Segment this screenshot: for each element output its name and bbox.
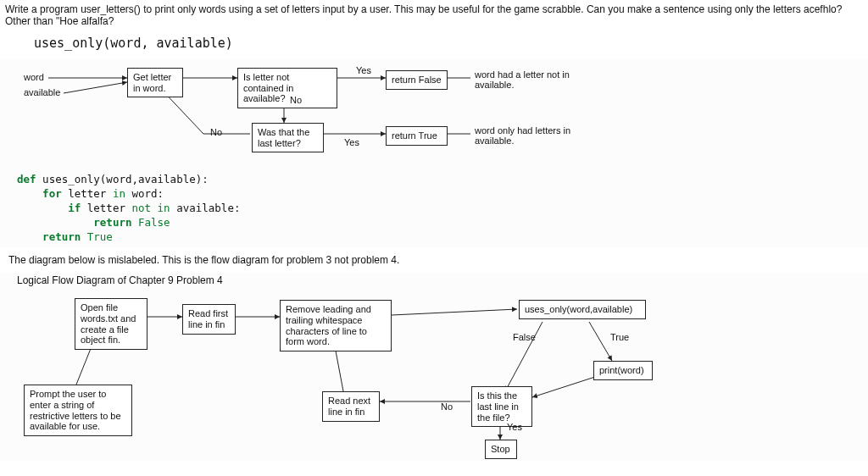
svg-line-11 xyxy=(392,309,517,315)
label-false: False xyxy=(513,332,536,342)
label-true: True xyxy=(610,332,629,342)
box-get-letter: Get letter in word. xyxy=(127,68,183,97)
function-signature: uses_only(word, available) xyxy=(0,30,868,59)
svg-line-16 xyxy=(335,346,343,391)
box-uses-only-call: uses_only(word,available) xyxy=(519,300,646,319)
flow-diagram-problem-4: Open file words.txt and create a file ob… xyxy=(0,291,868,461)
flow-diagram-uses-only: word available Get letter in word. Is le… xyxy=(0,59,868,169)
box-return-false: return False xyxy=(386,70,448,90)
box-read-next: Read next line in fin xyxy=(322,391,380,421)
box-print-word: print(word) xyxy=(593,361,653,380)
box-read-first: Read first line in fin xyxy=(182,304,236,334)
box-return-true: return True xyxy=(386,126,448,146)
box-is-not-contained: Is letter not contained in available? xyxy=(237,68,337,108)
label-no-1: No xyxy=(290,95,302,105)
label-no: No xyxy=(441,401,453,412)
param-word: word xyxy=(24,72,44,82)
param-available: available xyxy=(24,87,60,97)
box-prompt-user: Prompt the user to enter a string of res… xyxy=(24,385,132,436)
svg-line-14 xyxy=(532,376,598,397)
desc-return-false: word had a letter not in available. xyxy=(475,69,610,90)
label-no-2: No xyxy=(210,127,222,137)
box-was-last-letter: Was that the last letter? xyxy=(252,123,324,152)
box-is-last-line: Is this the last line in the file? xyxy=(471,386,532,427)
mislabel-note: The diagram below is mislabeled. This is… xyxy=(0,247,868,273)
code-uses-only: def uses_only(word,available): for lette… xyxy=(0,169,868,247)
label-yes-2: Yes xyxy=(344,137,359,147)
box-open-file: Open file words.txt and create a file ob… xyxy=(75,298,147,350)
desc-return-true: word only had letters in available. xyxy=(475,125,610,146)
box-stop: Stop xyxy=(485,440,517,459)
label-yes-1: Yes xyxy=(356,65,371,75)
box-remove-whitespace: Remove leading and trailing whitespace c… xyxy=(280,300,392,351)
diagram2-heading: Logical Flow Diagram of Chapter 9 Proble… xyxy=(0,273,868,291)
svg-line-1 xyxy=(64,82,127,93)
svg-line-13 xyxy=(589,322,612,361)
problem-statement: Write a program user_letters() to print … xyxy=(0,0,868,30)
label-yes: Yes xyxy=(507,422,522,432)
